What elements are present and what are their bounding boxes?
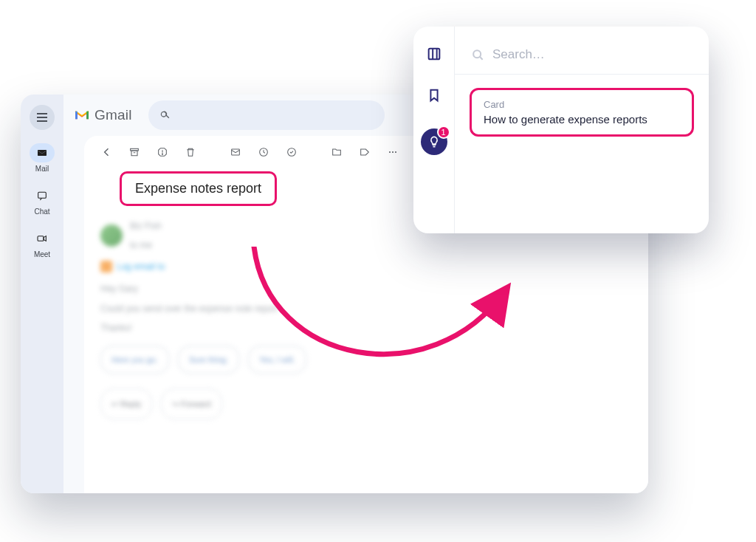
- panel-search-placeholder: Search…: [492, 47, 545, 62]
- rail-meet-label: Meet: [34, 250, 50, 258]
- back-icon[interactable]: [100, 146, 112, 158]
- lightbulb-icon: [427, 135, 441, 148]
- gmail-logo-icon: [74, 109, 90, 121]
- ideas-button[interactable]: 1: [421, 128, 447, 155]
- panel-body: Search… Card How to generate expense rep…: [455, 27, 709, 233]
- move-to-icon[interactable]: [331, 146, 343, 158]
- svg-point-11: [473, 50, 481, 58]
- boards-icon[interactable]: [426, 46, 442, 62]
- rail-item-meet[interactable]: Meet: [30, 229, 55, 258]
- more-icon[interactable]: [387, 146, 399, 158]
- ideas-count-badge: 1: [437, 126, 450, 139]
- card-type-label: Card: [484, 99, 680, 110]
- gmail-search-input[interactable]: [148, 100, 385, 130]
- svg-rect-1: [38, 236, 44, 241]
- svg-point-7: [389, 151, 391, 153]
- svg-rect-10: [428, 49, 439, 60]
- smart-reply-chip[interactable]: Here you go.: [100, 346, 169, 374]
- rail-mail-label: Mail: [35, 165, 49, 173]
- email-body-blurred: Biz Fish to me Log email to Hey Gary Cou…: [100, 216, 632, 419]
- main-menu-button[interactable]: [30, 105, 55, 130]
- log-email-label: Log email to: [117, 257, 165, 276]
- panel-search-input[interactable]: Search…: [470, 38, 694, 71]
- chat-icon: [36, 190, 48, 202]
- to-line: to me: [130, 236, 162, 255]
- panel-divider: [455, 74, 709, 75]
- smart-reply-chip[interactable]: Sure thing.: [178, 346, 239, 374]
- svg-point-9: [395, 151, 396, 153]
- meet-icon: [36, 233, 48, 244]
- suggested-card-highlight[interactable]: Card How to generate expense reports: [470, 88, 694, 137]
- svg-point-8: [392, 151, 394, 153]
- snooze-icon[interactable]: [258, 146, 269, 158]
- bookmark-icon[interactable]: [426, 87, 442, 103]
- search-icon: [470, 47, 485, 62]
- body-line: Hey Gary: [100, 279, 632, 298]
- avatar: [100, 224, 123, 247]
- mail-icon: [36, 147, 48, 159]
- email-subject: Expense notes report: [135, 181, 261, 196]
- body-line: Could you send over the expense note rep…: [100, 299, 632, 318]
- sender-name: Biz Fish: [130, 216, 162, 236]
- rail-item-chat[interactable]: Chat: [30, 186, 55, 216]
- svg-rect-0: [38, 192, 47, 198]
- hamburger-icon: [37, 113, 47, 122]
- report-spam-icon[interactable]: [157, 146, 168, 158]
- body-line: Thanks!: [100, 318, 632, 337]
- svg-point-3: [162, 154, 162, 154]
- smart-reply-chip[interactable]: Yes, I will.: [248, 346, 306, 374]
- panel-rail: 1: [413, 27, 455, 233]
- rail-item-mail[interactable]: Mail: [30, 143, 55, 173]
- forward-button[interactable]: ↪ Forward: [161, 388, 221, 419]
- rail-chat-label: Chat: [34, 207, 49, 216]
- hubspot-badge-icon: [100, 261, 112, 272]
- mark-unread-icon[interactable]: [230, 146, 241, 158]
- archive-icon[interactable]: [128, 146, 140, 158]
- labels-icon[interactable]: [359, 146, 371, 158]
- email-subject-highlight: Expense notes report: [120, 171, 277, 206]
- card-title: How to generate expense reports: [484, 113, 680, 126]
- reply-button[interactable]: ↩ Reply: [100, 388, 152, 419]
- add-task-icon[interactable]: [286, 146, 298, 158]
- svg-rect-4: [232, 149, 240, 155]
- search-icon: [159, 109, 171, 121]
- gmail-logo: Gmail: [74, 107, 132, 123]
- gmail-left-rail: Mail Chat Meet: [21, 95, 63, 493]
- gmail-app-name: Gmail: [94, 107, 132, 123]
- delete-icon[interactable]: [185, 146, 196, 158]
- knowledge-panel: 1 Search… Card How to generate expense r…: [413, 27, 709, 233]
